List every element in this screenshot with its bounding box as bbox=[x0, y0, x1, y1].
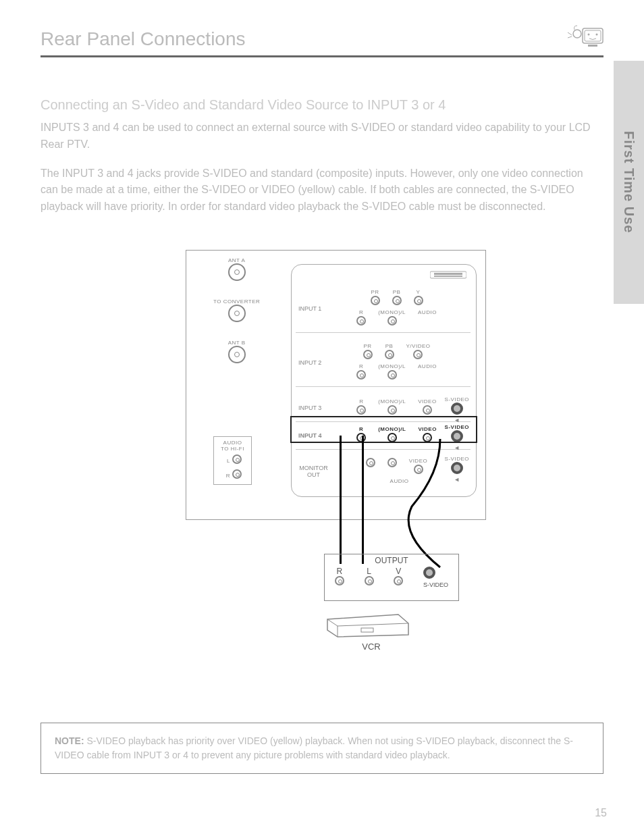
in2-audio-lbl: AUDIO bbox=[418, 363, 437, 369]
in2-pb-jack bbox=[385, 350, 394, 359]
in3-video-jack bbox=[423, 405, 432, 415]
svg-rect-8 bbox=[434, 276, 462, 277]
in1-audio-lbl: AUDIO bbox=[418, 309, 437, 315]
vcr-label: VCR bbox=[344, 642, 398, 652]
hifi-l-label: L bbox=[223, 458, 230, 464]
in4-sv-lbl: S-VIDEO bbox=[445, 424, 469, 430]
note-lead: NOTE: bbox=[55, 735, 84, 746]
vcr-v-lbl: V bbox=[394, 567, 403, 576]
intro-p1: INPUTS 3 and 4 can be used to connect an… bbox=[41, 120, 593, 153]
in2-pr-jack bbox=[363, 350, 373, 359]
input2-name: INPUT 2 bbox=[298, 359, 321, 366]
svg-rect-7 bbox=[434, 273, 462, 275]
hdmi-icon bbox=[430, 270, 466, 282]
cable-audio-l bbox=[362, 436, 364, 564]
input-row-2: INPUT 2 PR PB Y/VIDEO R (MONO)/L AUDIO bbox=[296, 339, 471, 387]
in2-mono-jack bbox=[387, 370, 397, 380]
note-box: NOTE: S-VIDEO playback has priority over… bbox=[41, 723, 603, 774]
vcr-panel-title: OUTPUT bbox=[325, 556, 458, 565]
in3-video-lbl: VIDEO bbox=[418, 398, 436, 405]
hifi-r-jack bbox=[232, 469, 242, 479]
input4-name: INPUT 4 bbox=[298, 432, 322, 439]
in3-r-jack bbox=[356, 405, 366, 415]
in1-pr-lbl: PR bbox=[371, 289, 380, 295]
ant-b-jack bbox=[228, 346, 246, 363]
to-converter-label: TO CONVERTER bbox=[213, 298, 260, 305]
hifi-r-label: R bbox=[223, 473, 230, 479]
vcr-r-jack bbox=[335, 576, 344, 585]
in1-pb-jack bbox=[392, 296, 402, 305]
hifi-stack: AUDIO TO HI-FI L R bbox=[213, 436, 252, 485]
vcr-sv-jack bbox=[423, 567, 435, 579]
in1-mono-lbl: (MONO)/L bbox=[378, 309, 406, 315]
in1-pr-jack bbox=[371, 296, 380, 305]
mon-r-jack bbox=[366, 458, 375, 467]
ant-b-label: ANT B bbox=[213, 340, 260, 346]
cable-audio-r bbox=[340, 436, 342, 564]
in2-r-jack bbox=[356, 370, 366, 380]
in3-mono-jack bbox=[387, 405, 397, 415]
in4-mono-lbl: (MONO)/L bbox=[378, 426, 406, 432]
ant-a-label: ANT A bbox=[213, 257, 260, 263]
in1-y-lbl: Y bbox=[414, 289, 423, 295]
in4-video-lbl: VIDEO bbox=[418, 426, 436, 432]
vcr-v-jack bbox=[394, 576, 403, 585]
in4-sv-jack bbox=[451, 430, 463, 442]
in2-pb-lbl: PB bbox=[385, 343, 394, 349]
vcr-r-lbl: R bbox=[335, 567, 344, 576]
input1-name: INPUT 1 bbox=[298, 305, 321, 312]
vcr-device-icon bbox=[324, 611, 412, 638]
in3-sv-jack bbox=[451, 402, 463, 415]
note-body: S-VIDEO playback has priority over VIDEO… bbox=[55, 735, 573, 760]
ant-a-jack bbox=[228, 263, 246, 281]
section-subhead: Connecting an S-Video and Standard Video… bbox=[41, 95, 593, 115]
hifi-to-label: TO HI-FI bbox=[221, 446, 244, 452]
input-row-1: INPUT 1 PR PB Y R (MONO)/L AUDIO bbox=[296, 285, 471, 333]
in2-r-lbl: R bbox=[356, 363, 366, 369]
header-rule bbox=[41, 55, 603, 57]
page-title: Rear Panel Connections bbox=[41, 28, 603, 50]
body-text: Connecting an S-Video and Standard Video… bbox=[41, 95, 593, 228]
sidebar-tab: First Time Use bbox=[614, 61, 644, 304]
in2-mono-lbl: (MONO)/L bbox=[378, 363, 406, 369]
vcr-l-jack bbox=[365, 576, 374, 585]
hifi-l-jack bbox=[232, 454, 242, 464]
antenna-stack: ANT A TO CONVERTER ANT B bbox=[213, 257, 260, 371]
in4-r-lbl: R bbox=[356, 426, 366, 432]
in3-mono-lbl: (MONO)/L bbox=[378, 398, 406, 405]
in2-yv-lbl: Y/VIDEO bbox=[406, 343, 431, 349]
hifi-audio-label: AUDIO bbox=[221, 440, 244, 446]
input3-name: INPUT 3 bbox=[298, 405, 321, 411]
mon-sv-jack bbox=[451, 462, 463, 474]
in3-r-lbl: R bbox=[356, 398, 366, 405]
in2-yv-jack bbox=[413, 350, 423, 359]
in1-r-jack bbox=[356, 316, 366, 325]
vcr-l-lbl: L bbox=[365, 567, 374, 576]
in2-pr-lbl: PR bbox=[363, 343, 373, 349]
in1-y-jack bbox=[414, 296, 423, 305]
in1-mono-jack bbox=[387, 316, 397, 325]
page-header: Rear Panel Connections bbox=[41, 28, 603, 57]
in3-sv-lbl: S-VIDEO bbox=[445, 396, 469, 402]
vcr-sv-lbl: S-VIDEO bbox=[423, 581, 448, 588]
converter-jack bbox=[228, 305, 246, 322]
input-row-3: INPUT 3 R (MONO)/L VIDEO S-VIDEO bbox=[296, 394, 471, 422]
vcr-output-panel: OUTPUT R L V S-VIDEO bbox=[324, 554, 459, 601]
page-number: 15 bbox=[595, 807, 607, 819]
in1-pb-lbl: PB bbox=[392, 289, 402, 295]
monitor-out-name: MONITOR OUT bbox=[298, 465, 329, 478]
intro-p2: The INPUT 3 and 4 jacks provide S-VIDEO … bbox=[41, 165, 593, 215]
in1-r-lbl: R bbox=[356, 309, 366, 315]
